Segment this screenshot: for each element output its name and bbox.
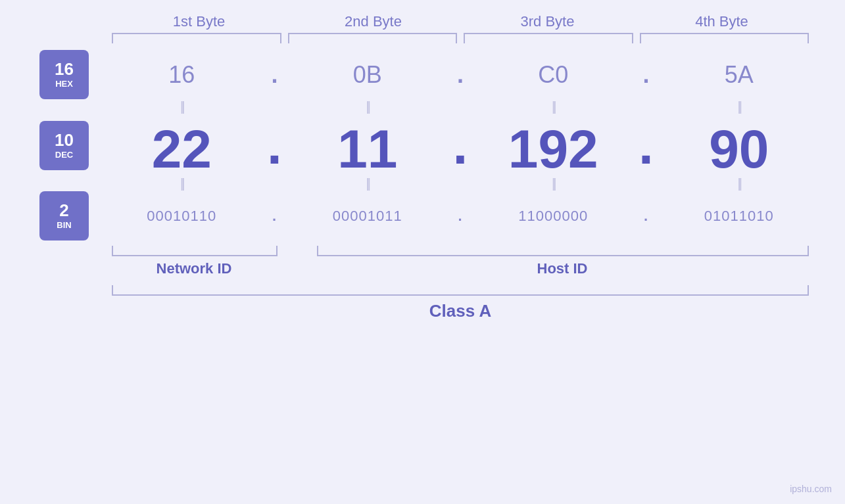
sep-hex-1: . [262,61,288,89]
sep-bin-1: . [262,208,288,225]
eq-1-2: || [288,99,448,114]
dec-byte-2: 11 [288,122,448,176]
hex-byte-4: 5A [660,61,819,89]
byte-header-4: 4th Byte [635,13,809,30]
top-bracket-2 [288,33,458,43]
hex-label: 16 HEX [39,50,89,99]
byte-header-1: 1st Byte [112,13,286,30]
sep-dec-1: . [262,114,288,176]
host-id-label: Host ID [316,260,809,277]
dec-byte-3: 192 [473,122,633,176]
bin-label: 2 BIN [39,191,89,241]
class-label: Class A [112,301,809,321]
top-bracket-1 [112,33,281,43]
bin-byte-2: 00001011 [288,208,448,225]
network-bracket [112,246,278,256]
host-bracket [317,246,809,256]
network-id-label: Network ID [112,260,276,277]
eq-2-2: || [288,176,448,191]
dec-row: 10 DEC 22 . 11 . 192 . 90 [26,114,819,176]
watermark: ipshu.com [790,484,832,494]
top-bracket-4 [640,33,809,43]
dec-byte-4: 90 [660,122,819,176]
hex-byte-1: 16 [102,61,262,89]
byte-header-3: 3rd Byte [460,13,635,30]
sep-bin-3: . [633,208,660,225]
bin-byte-3: 11000000 [473,208,633,225]
sep-bin-2: . [447,208,473,225]
sep-dec-2: . [447,114,473,176]
eq-1-1: || [102,99,262,114]
eq-row-1: || || || || [26,99,819,114]
dec-label: 10 DEC [39,121,89,170]
main-container: 1st Byte 2nd Byte 3rd Byte 4th Byte 16 H… [0,0,845,504]
dec-byte-1: 22 [102,122,262,176]
eq-1-3: || [473,99,633,114]
hex-byte-3: C0 [473,61,633,89]
class-bracket [112,285,809,296]
bin-byte-1: 00010110 [102,208,262,225]
eq-2-1: || [102,176,262,191]
bin-byte-4: 01011010 [660,208,819,225]
network-host-labels: Network ID Host ID [112,260,809,277]
hex-byte-2: 0B [288,61,448,89]
sep-dec-3: . [633,114,660,176]
top-bracket-3 [464,33,633,43]
bottom-brackets-row [112,246,809,256]
eq-2-3: || [473,176,633,191]
hex-row: 16 HEX 16 . 0B . C0 . 5A [26,50,819,99]
class-bracket-row [112,285,809,296]
eq-row-2: || || || || [26,176,819,191]
eq-1-4: || [660,99,819,114]
byte-header-2: 2nd Byte [286,13,460,30]
sep-hex-2: . [447,61,473,89]
sep-hex-3: . [633,61,660,89]
bin-row: 2 BIN 00010110 . 00001011 . 11000000 . 0… [26,191,819,241]
eq-2-4: || [660,176,819,191]
